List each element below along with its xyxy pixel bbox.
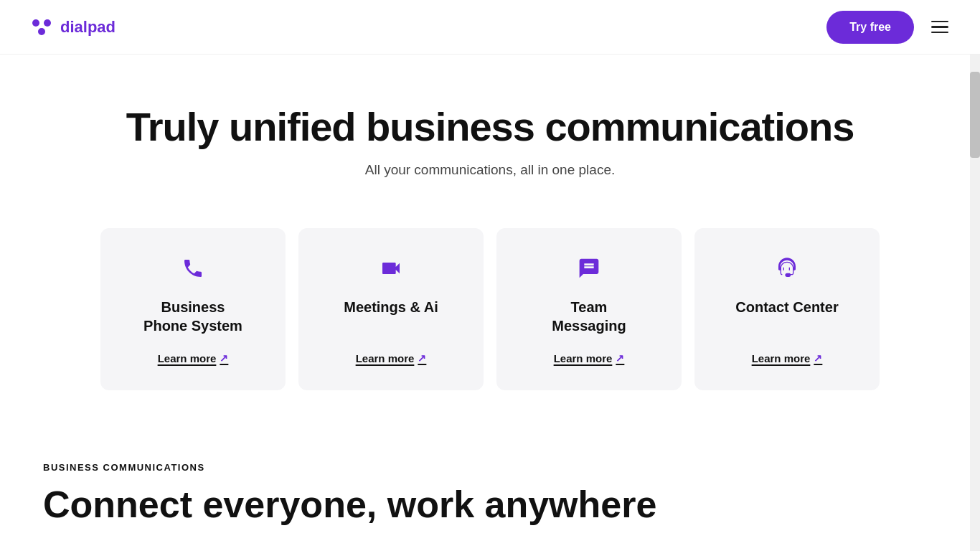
menu-line-2 (931, 26, 948, 28)
hero-subtitle: All your communications, all in one plac… (29, 162, 951, 178)
card-meetings-ai-link[interactable]: Learn more ↗ (319, 352, 463, 364)
svg-point-0 (32, 19, 39, 27)
header: dialpad Try free (0, 0, 980, 55)
card-team-messaging-title: TeamMessaging (517, 298, 661, 335)
card-contact-center-link[interactable]: Learn more ↗ (715, 352, 859, 364)
svg-point-1 (44, 19, 51, 27)
logo[interactable]: dialpad (29, 17, 116, 37)
phone-icon (121, 257, 265, 285)
video-icon (319, 257, 463, 285)
card-team-messaging-link[interactable]: Learn more ↗ (517, 352, 661, 364)
scrollbar-track (970, 0, 980, 551)
scrollbar-thumb[interactable] (970, 72, 980, 158)
menu-line-1 (931, 21, 948, 23)
card-contact-center-link-label: Learn more (752, 352, 811, 364)
card-team-messaging-link-label: Learn more (554, 352, 613, 364)
hero-title: Truly unified business communications (29, 105, 951, 149)
card-team-messaging-link-arrow: ↗ (616, 352, 624, 364)
logo-text: dialpad (60, 18, 116, 37)
menu-line-3 (931, 32, 948, 34)
card-business-phone-link-arrow: ↗ (220, 352, 228, 364)
svg-point-2 (38, 28, 45, 35)
card-meetings-ai-title: Meetings & Ai (319, 298, 463, 316)
card-team-messaging: TeamMessaging Learn more ↗ (496, 228, 682, 390)
card-contact-center-link-arrow: ↗ (814, 352, 822, 364)
hero-section: Truly unified business communications Al… (0, 55, 980, 214)
card-business-phone-title: BusinessPhone System (121, 298, 265, 335)
card-meetings-ai: Meetings & Ai Learn more ↗ (298, 228, 484, 390)
menu-button[interactable] (928, 18, 951, 37)
section-heading: Connect everyone, work anywhere (43, 484, 937, 525)
bottom-section: BUSINESS COMMUNICATIONS Connect everyone… (0, 433, 980, 540)
card-business-phone: BusinessPhone System Learn more ↗ (100, 228, 286, 390)
card-meetings-ai-link-label: Learn more (356, 352, 415, 364)
dialpad-logo-icon (29, 17, 55, 37)
section-tag: BUSINESS COMMUNICATIONS (43, 462, 937, 473)
card-business-phone-link-label: Learn more (158, 352, 217, 364)
message-icon (517, 257, 661, 285)
cards-section: BusinessPhone System Learn more ↗ Meetin… (0, 214, 980, 433)
card-meetings-ai-link-arrow: ↗ (418, 352, 426, 364)
card-contact-center: Contact Center Learn more ↗ (694, 228, 880, 390)
card-business-phone-link[interactable]: Learn more ↗ (121, 352, 265, 364)
headset-icon (715, 257, 859, 285)
cards-grid: BusinessPhone System Learn more ↗ Meetin… (100, 228, 880, 390)
try-free-button[interactable]: Try free (826, 11, 914, 44)
header-right: Try free (826, 11, 951, 44)
card-contact-center-title: Contact Center (715, 298, 859, 316)
